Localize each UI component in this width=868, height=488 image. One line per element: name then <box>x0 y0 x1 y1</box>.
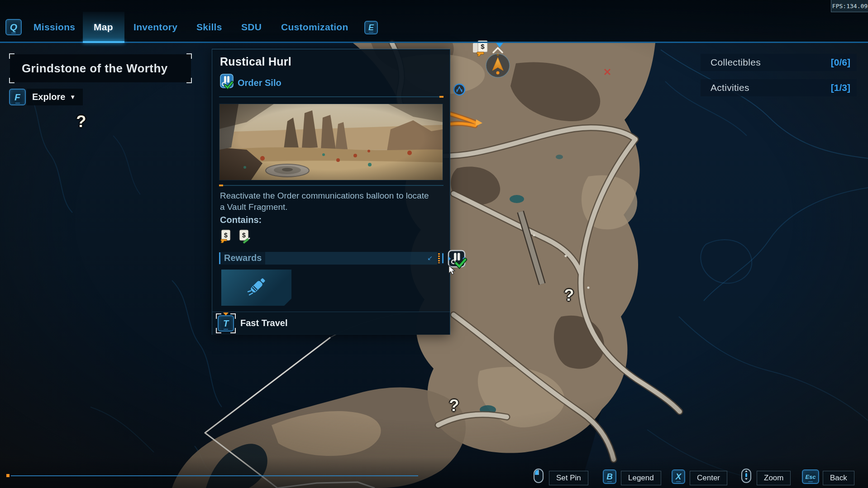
collectibles-label: Collectibles <box>711 57 761 68</box>
location-title-box: Grindstone of the Worthy <box>10 54 191 82</box>
divider <box>219 96 444 97</box>
location-preview-image <box>219 104 443 180</box>
undiscovered-marker[interactable]: ? <box>564 286 574 305</box>
rewards-blue-bar <box>442 253 444 263</box>
game-map-screen: $ <box>0 0 868 488</box>
contains-label: Contains: <box>220 215 262 225</box>
map-baseline-dot <box>6 474 10 477</box>
contains-items: $ $ <box>220 229 250 246</box>
tab-skills[interactable]: Skills <box>196 22 222 33</box>
mouse-scroll-icon <box>741 468 752 485</box>
explore-dropdown[interactable]: Explore ▼ <box>27 89 83 105</box>
fast-travel-key-frame: T <box>217 314 235 332</box>
set-pin-button[interactable]: Set Pin <box>549 471 588 485</box>
activities-value: [1/3] <box>831 82 850 93</box>
activities-counter[interactable]: Activities [1/3] <box>701 79 857 96</box>
rewards-orange-bar <box>438 253 440 263</box>
legend-key-icon: B <box>603 469 616 484</box>
location-title: Grindstone of the Worthy <box>10 62 168 76</box>
activities-label: Activities <box>711 82 749 93</box>
center-key-icon: X <box>672 469 685 484</box>
top-nav-bar <box>0 0 868 42</box>
bottom-bar-shade <box>0 457 868 488</box>
tab-sdu[interactable]: SDU <box>241 22 262 33</box>
popup-location-type: Order Silo <box>238 78 281 88</box>
popup-description: Reactivate the Order communications ball… <box>220 190 435 213</box>
vault-fragment-item-icon <box>244 274 269 301</box>
cash-and-gun-loot-icon: $ <box>220 229 232 246</box>
nav-underline-active <box>83 41 124 43</box>
back-key-icon: Esc <box>802 469 819 484</box>
next-tab-key-icon: E <box>364 21 378 34</box>
cash-and-health-loot-icon: $ <box>238 229 250 246</box>
reward-item-tile[interactable] <box>221 270 291 306</box>
map-baseline <box>11 475 418 476</box>
nav-underline <box>0 42 868 43</box>
fast-travel-label: Fast Travel <box>240 318 288 328</box>
rewards-label: Rewards <box>224 253 262 263</box>
order-silo-map-marker[interactable] <box>447 249 469 277</box>
popup-title: Rustical Hurl <box>220 55 291 68</box>
rewards-header: Rewards ↙ <box>219 252 444 265</box>
fast-travel-button[interactable]: T Fast Travel <box>212 312 450 335</box>
chevron-down-icon: ▼ <box>70 94 76 100</box>
center-button[interactable]: Center <box>690 471 727 485</box>
vault-symbol-marker[interactable] <box>453 83 466 96</box>
explore-label: Explore <box>32 92 65 102</box>
tab-customization[interactable]: Customization <box>281 22 348 33</box>
red-cross-marker <box>603 68 611 76</box>
tab-missions[interactable]: Missions <box>33 22 75 33</box>
undiscovered-marker[interactable]: ? <box>76 112 86 131</box>
order-silo-icon <box>220 74 234 90</box>
fast-travel-key-icon: T <box>218 315 234 332</box>
svg-text:$: $ <box>242 232 246 239</box>
prev-tab-key-icon: Q <box>5 19 22 35</box>
mouse-left-icon <box>533 468 544 485</box>
player-marker <box>486 44 510 79</box>
collectibles-value: [0/6] <box>831 57 850 68</box>
back-button[interactable]: Back <box>823 471 854 485</box>
collectibles-counter[interactable]: Collectibles [0/6] <box>701 54 857 71</box>
divider <box>219 185 444 186</box>
explore-key-icon: F <box>9 89 26 105</box>
tab-inventory[interactable]: Inventory <box>134 22 177 33</box>
svg-text:$: $ <box>481 43 485 50</box>
location-popup: Rustical Hurl Order Silo <box>212 49 450 335</box>
rewards-corner-icon: ↙ <box>427 254 433 261</box>
zoom-button[interactable]: Zoom <box>757 471 791 485</box>
undiscovered-marker[interactable]: ? <box>449 396 459 415</box>
legend-button[interactable]: Legend <box>621 471 661 485</box>
svg-text:$: $ <box>224 232 228 239</box>
tab-map[interactable]: Map <box>94 22 113 33</box>
fps-counter: FPS:134.09 <box>831 0 868 12</box>
